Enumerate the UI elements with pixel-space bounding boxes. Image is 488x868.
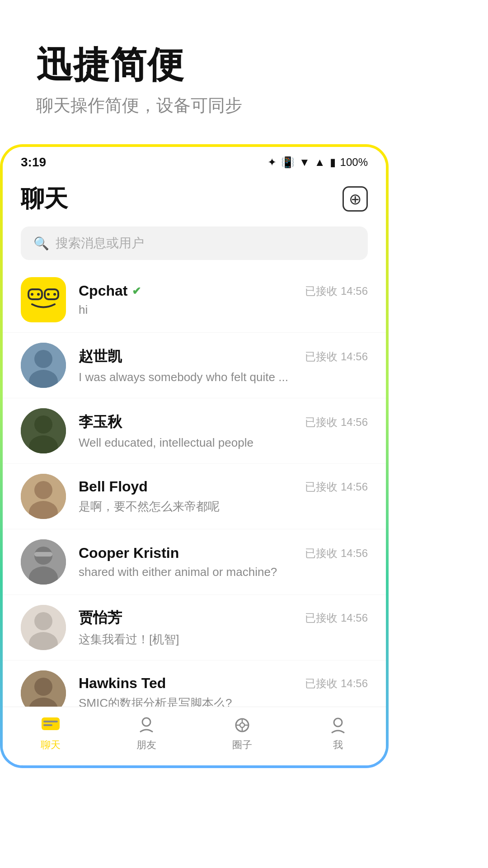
chat-time: 已接收 14:56 [305,284,368,298]
status-icons: ✦ 📳 ▼ ▲ ▮ 100% [267,156,368,169]
nav-item-circle[interactable]: 圈子 [194,717,290,752]
chat-info-jia: 贾怡芳 已接收 14:56 这集我看过！[机智] [79,608,368,647]
chat-item-cpchat[interactable]: Cpchat ✔ 已接收 14:56 hi [3,267,386,333]
page-wrapper: 迅捷简便 聊天操作简便，设备可同步 3:19 ✦ 📳 ▼ ▲ ▮ 100% 聊天… [0,0,488,768]
battery-icon: ▮ [330,156,336,169]
vibrate-icon: 📳 [281,156,295,169]
nav-label-circle: 圈子 [232,738,252,752]
svg-point-4 [47,293,50,296]
me-nav-icon [328,717,348,736]
svg-point-20 [34,612,52,630]
search-icon: 🔍 [33,236,49,251]
svg-rect-0 [28,289,42,299]
nav-item-me[interactable]: 我 [290,717,386,752]
svg-point-38 [334,718,342,726]
nav-label-friends: 朋友 [136,738,156,752]
search-bar[interactable]: 🔍 搜索消息或用户 [21,226,368,260]
chat-info-zhao: 赵世凯 已接收 14:56 I was always somebody who … [79,347,368,384]
chat-time: 已接收 14:56 [305,676,368,691]
chat-time: 已接收 14:56 [305,480,368,494]
chat-name-row: 贾怡芳 已接收 14:56 [79,608,368,628]
svg-rect-1 [45,289,58,299]
nav-label-chat: 聊天 [41,738,61,752]
phone-frame: 3:19 ✦ 📳 ▼ ▲ ▮ 100% 聊天 ⊕ 🔍 搜索消息或用户 [0,144,389,768]
chat-name-row: Bell Floyd 已接收 14:56 [79,478,368,495]
svg-point-10 [34,415,52,434]
chat-name-row: Cooper Kristin 已接收 14:56 [79,545,368,561]
chat-item-jia[interactable]: 贾怡芳 已接收 14:56 这集我看过！[机智] [3,595,386,660]
chat-name-row: 赵世凯 已接收 14:56 [79,347,368,367]
verified-badge: ✔ [132,285,141,297]
chat-info-li: 李玉秋 已接收 14:56 Well educated, intellectua… [79,412,368,450]
svg-point-2 [31,293,33,296]
chat-item-li[interactable]: 李玉秋 已接收 14:56 Well educated, intellectua… [3,398,386,464]
nav-label-me: 我 [333,738,343,752]
chat-name-row: Hawkins Ted 已接收 14:56 [79,675,368,692]
chat-info-hawkins: Hawkins Ted 已接收 14:56 SMIC的数据分析是写脚本么? [79,675,368,711]
status-time: 3:19 [21,155,46,170]
chat-name: 赵世凯 [79,347,122,367]
chat-item-zhao[interactable]: 赵世凯 已接收 14:56 I was always somebody who … [3,333,386,398]
chat-time: 已接收 14:56 [305,349,368,364]
nav-item-chat[interactable]: 聊天 [3,717,99,752]
chat-name: 李玉秋 [79,412,122,432]
svg-rect-29 [43,721,58,722]
signal-icon: ▲ [314,156,325,169]
circle-nav-icon [232,717,252,736]
svg-point-7 [34,350,52,368]
chat-info-cpchat: Cpchat ✔ 已接收 14:56 hi [79,283,368,317]
chat-preview: shared with either animal or machine? [79,565,305,579]
svg-rect-18 [34,552,52,557]
chat-nav-icon [41,717,61,736]
chat-name-row: Cpchat ✔ 已接收 14:56 [79,283,368,299]
avatar-zhao [21,343,66,388]
page-subtitle: 聊天操作简便，设备可同步 [36,94,452,117]
svg-point-3 [37,293,40,296]
chat-header: 聊天 ⊕ [3,174,386,222]
avatar-cooper [21,539,66,585]
page-title: 迅捷简便 [36,45,452,85]
chat-preview: hi [79,303,305,317]
bottom-nav: 聊天 朋友 [3,707,386,765]
chat-preview: 这集我看过！[机智] [79,632,305,647]
svg-point-31 [142,718,150,726]
avatar-jia [21,605,66,650]
svg-point-5 [53,293,56,296]
avatar-li [21,408,66,453]
chat-preview: 是啊，要不然怎么来帝都呢 [79,499,305,514]
chat-time: 已接收 14:56 [305,611,368,625]
chat-screen-title: 聊天 [21,183,68,215]
svg-rect-30 [43,724,52,726]
nav-item-friends[interactable]: 朋友 [99,717,194,752]
chat-name: Cooper Kristin [79,545,179,561]
svg-rect-28 [42,717,60,730]
page-header: 迅捷简便 聊天操作简便，设备可同步 [0,0,488,144]
chat-info-cooper: Cooper Kristin 已接收 14:56 shared with eit… [79,545,368,579]
chat-item-cooper[interactable]: Cooper Kristin 已接收 14:56 shared with eit… [3,529,386,595]
svg-point-23 [34,678,52,696]
chat-time: 已接收 14:56 [305,415,368,429]
chat-preview: Well educated, intellectual people [79,436,305,450]
chat-name: Hawkins Ted [79,675,166,692]
svg-point-13 [34,481,52,499]
wifi-icon: ▼ [299,156,310,169]
friends-nav-icon [136,717,156,736]
chat-name: Bell Floyd [79,478,148,495]
chat-preview: I was always somebody who felt quite ... [79,370,305,384]
battery-percent: 100% [340,156,368,169]
bluetooth-icon: ✦ [267,156,277,169]
avatar-bell [21,474,66,519]
plus-icon: ⊕ [349,190,361,208]
chat-info-bell: Bell Floyd 已接收 14:56 是啊，要不然怎么来帝都呢 [79,478,368,514]
chat-item-bell[interactable]: Bell Floyd 已接收 14:56 是啊，要不然怎么来帝都呢 [3,464,386,529]
chat-time: 已接收 14:56 [305,546,368,561]
svg-point-33 [240,723,244,727]
chat-name-row: 李玉秋 已接收 14:56 [79,412,368,432]
chat-name: 贾怡芳 [79,608,122,628]
avatar-cpchat [21,277,66,322]
search-input[interactable]: 搜索消息或用户 [56,235,144,252]
add-chat-button[interactable]: ⊕ [343,186,368,212]
chat-name: Cpchat ✔ [79,283,141,299]
status-bar: 3:19 ✦ 📳 ▼ ▲ ▮ 100% [3,147,386,174]
chat-list: Cpchat ✔ 已接收 14:56 hi [3,267,386,768]
